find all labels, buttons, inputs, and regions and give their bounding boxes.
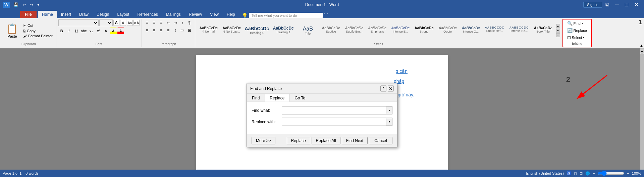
bullets-button[interactable]: ≡ xyxy=(144,19,151,26)
borders-button[interactable]: ⊞ xyxy=(186,27,193,34)
style-title[interactable]: AaB Title xyxy=(297,25,319,36)
print-layout-icon[interactable]: ⊡ xyxy=(580,171,583,176)
subscript-button[interactable]: x₂ xyxy=(88,28,95,34)
styles-scroll-up[interactable]: ▲ xyxy=(556,24,560,28)
focus-mode-icon[interactable]: ◻ xyxy=(574,171,577,176)
find-button[interactable]: 🔍 Find ▾ xyxy=(565,20,585,27)
cancel-button[interactable]: Cancel xyxy=(369,137,392,144)
tab-design[interactable]: Design xyxy=(93,11,113,18)
zoom-in-icon[interactable]: + xyxy=(627,171,629,175)
paste-button[interactable]: 📋 Paste xyxy=(3,21,21,40)
scroll-up-arrow[interactable]: ▲ xyxy=(640,48,644,53)
close-button[interactable]: ✕ xyxy=(632,1,641,8)
replace-all-button[interactable]: Replace All xyxy=(312,137,340,144)
style-book-title[interactable]: AaBbCcDc Book Title xyxy=(532,25,555,36)
numbering-button[interactable]: ≡ xyxy=(151,19,158,26)
dialog-tab-find[interactable]: Find xyxy=(247,94,265,101)
find-what-dropdown[interactable]: ▾ xyxy=(386,107,392,114)
replace-with-dropdown[interactable]: ▾ xyxy=(386,118,392,125)
tab-layout[interactable]: Layout xyxy=(113,11,133,18)
save-quick-btn[interactable]: 💾 xyxy=(12,2,20,8)
style-intense-e[interactable]: AaBbCcDc Intense E... xyxy=(389,25,412,36)
tab-file[interactable]: File xyxy=(20,11,37,18)
style-subtitle[interactable]: AaBbCcDc Subtitle xyxy=(320,25,342,36)
sort-button[interactable]: ↕ xyxy=(179,19,186,26)
styles-scroll-down[interactable]: ▼ xyxy=(556,29,560,33)
tab-help[interactable]: Help xyxy=(223,11,239,18)
redo-quick-btn[interactable]: ↪ xyxy=(29,2,35,8)
text-effects-button[interactable]: A xyxy=(103,28,109,34)
style-heading2[interactable]: AaBbCcDc Heading 2 xyxy=(271,25,296,36)
web-view-icon[interactable]: 🌐 xyxy=(585,171,590,176)
dialog-tab-replace[interactable]: Replace xyxy=(265,94,289,101)
styles-expand[interactable]: ⌄ xyxy=(556,33,560,37)
font-size-select[interactable] xyxy=(99,19,113,26)
align-center-button[interactable]: ≡ xyxy=(151,27,158,34)
find-next-button[interactable]: Find Next xyxy=(342,137,368,144)
scroll-right-icon[interactable]: ⋯ xyxy=(324,11,328,16)
style-intense-re[interactable]: AABBCCDC Intense Re... xyxy=(507,25,531,36)
tab-references[interactable]: References xyxy=(133,11,162,18)
copy-button[interactable]: ⎘ Copy xyxy=(22,29,54,33)
style-emphasis[interactable]: AaBbCcDc Emphasis xyxy=(366,25,389,36)
bold-button[interactable]: B xyxy=(58,28,65,34)
find-what-input[interactable] xyxy=(282,106,386,114)
dialog-help-button[interactable]: ? xyxy=(380,85,386,91)
replace-button[interactable]: Replace xyxy=(287,137,310,144)
italic-button[interactable]: I xyxy=(66,28,72,34)
customize-quick-btn[interactable]: ▾ xyxy=(36,2,41,8)
tab-review[interactable]: Review xyxy=(185,11,206,18)
zoom-out-icon[interactable]: − xyxy=(593,171,595,175)
show-marks-button[interactable]: ¶ xyxy=(186,19,193,26)
help-search-box[interactable]: Tell me what you want to do xyxy=(249,13,323,18)
style-heading1[interactable]: AaBbCcDc Heading 1 xyxy=(244,25,270,36)
align-right-button[interactable]: ≡ xyxy=(158,27,165,34)
style-subtle-em[interactable]: AaBbCcDc Subtle Em... xyxy=(343,25,366,36)
zoom-slider[interactable] xyxy=(597,172,624,175)
change-case-button[interactable]: Aa xyxy=(127,20,133,26)
undo-quick-btn[interactable]: ↩ xyxy=(21,2,27,8)
tab-mailings[interactable]: Mailings xyxy=(162,11,185,18)
font-color-button[interactable]: A xyxy=(117,28,124,34)
maximize-button[interactable]: □ xyxy=(622,1,631,8)
style-intense-q[interactable]: AaBbCcDc Intense Q... xyxy=(460,25,482,36)
format-painter-button[interactable]: 🖌 Format Painter xyxy=(22,34,54,38)
grow-font-button[interactable]: A xyxy=(113,20,119,26)
font-name-select[interactable] xyxy=(58,19,99,26)
tab-insert[interactable]: Insert xyxy=(57,11,75,18)
tab-home[interactable]: Home xyxy=(38,11,57,18)
dialog-tab-goto[interactable]: Go To xyxy=(289,94,310,101)
signin-button[interactable]: Sign in xyxy=(583,2,602,8)
increase-indent-button[interactable]: ⇥ xyxy=(172,19,179,26)
superscript-button[interactable]: x² xyxy=(95,28,102,34)
dialog-close-button[interactable]: ✕ xyxy=(388,85,394,91)
strikethrough-button[interactable]: abc xyxy=(80,28,87,34)
line-spacing-button[interactable]: ↕ xyxy=(172,27,179,34)
vertical-scrollbar[interactable]: ▲ ▼ xyxy=(640,48,644,177)
cut-button[interactable]: ✂ Cut xyxy=(22,23,54,28)
tab-draw[interactable]: Draw xyxy=(75,11,93,18)
multilevel-button[interactable]: ≡ xyxy=(158,19,165,26)
decrease-indent-button[interactable]: ⇤ xyxy=(165,19,172,26)
replace-with-input[interactable] xyxy=(282,118,386,125)
style-strong[interactable]: AaBbCcDc Strong xyxy=(412,25,436,36)
style-quote[interactable]: AaBbCcDc Quote xyxy=(436,25,459,36)
shading-button[interactable]: ▭ xyxy=(179,27,186,34)
ribbon-collapse-btn[interactable]: ▲ xyxy=(639,43,644,48)
style-subtle-ref[interactable]: AABBCCDC Subtle Ref... xyxy=(483,25,507,36)
underline-button[interactable]: U xyxy=(73,28,80,34)
align-left-button[interactable]: ≡ xyxy=(144,27,151,34)
replace-button[interactable]: 🔄 Replace xyxy=(565,27,589,34)
justify-button[interactable]: ≡ xyxy=(165,27,172,34)
highlight-color-button[interactable]: A xyxy=(110,28,117,34)
select-button[interactable]: ⊡ Select ▾ xyxy=(565,34,587,41)
restore-button[interactable]: ⧉ xyxy=(603,1,612,8)
style-normal[interactable]: AaBbCcDc ¶ Normal xyxy=(197,25,220,36)
shrink-font-button[interactable]: A xyxy=(120,20,126,26)
style-no-space[interactable]: AaBbCcDc ¶ No Spac... xyxy=(220,25,243,36)
clear-formatting-button[interactable]: ✕A xyxy=(133,20,140,26)
scroll-thumb[interactable] xyxy=(640,53,644,177)
minimize-button[interactable]: ─ xyxy=(612,1,622,8)
tab-view[interactable]: View xyxy=(206,11,223,18)
more-button[interactable]: More >> xyxy=(252,137,275,144)
